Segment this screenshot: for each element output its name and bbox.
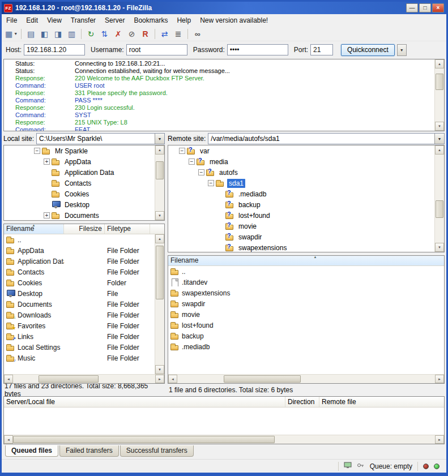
scroll-up-icon[interactable]: ▲ (435, 59, 444, 68)
scrollbar-thumb[interactable] (436, 74, 443, 89)
tree-row[interactable]: − Mr Sparkle (4, 145, 155, 156)
file-row[interactable]: .titandev (168, 277, 444, 288)
scroll-right-icon[interactable]: ► (435, 435, 444, 444)
quickconnect-dropdown-button[interactable]: ▼ (397, 44, 407, 56)
reconnect-button[interactable]: R (139, 28, 152, 40)
cancel-operation-button[interactable]: ✗ (112, 28, 125, 40)
scroll-down-icon[interactable]: ▼ (155, 211, 164, 220)
menu-item[interactable]: Server (100, 15, 129, 26)
tree-row[interactable]: − media (168, 156, 434, 167)
remote-site-combo[interactable]: /var/media/autofs/sda1 ▼ (208, 133, 445, 144)
tab-failed-transfers[interactable]: Failed transfers (59, 445, 119, 457)
file-row[interactable]: .mediadb (168, 341, 444, 352)
expander-icon[interactable]: − (189, 158, 195, 165)
local-list-hscrollbar[interactable]: ◄ ► (4, 374, 164, 383)
tree-row[interactable]: movie (168, 221, 434, 231)
file-row[interactable]: Contacts File Folder (4, 267, 155, 277)
scrollbar-thumb[interactable] (436, 200, 443, 218)
menu-item[interactable]: Edit (22, 15, 42, 26)
tree-row[interactable]: swapextensions (168, 242, 434, 252)
scroll-right-icon[interactable]: ► (155, 375, 164, 383)
title-bar[interactable]: FZ 192.168.1.20 - root@192.168.1.20 - Fi… (2, 2, 446, 14)
tab-successful-transfers[interactable]: Successful transfers (120, 445, 194, 457)
scrollbar-thumb[interactable] (224, 375, 301, 383)
file-row[interactable]: swapextensions (168, 288, 444, 298)
toggle-remote-tree-button[interactable]: ◨ (52, 28, 65, 40)
column-header-filename[interactable]: ▲Filename (4, 224, 64, 234)
file-row[interactable]: Application Data File Folder (4, 256, 155, 267)
column-header-filetype[interactable]: Filetype (105, 224, 150, 234)
disconnect-button[interactable]: ⊘ (125, 28, 138, 40)
toggle-message-log-button[interactable]: ▤ (24, 28, 37, 40)
file-row[interactable]: AppData File Folder (4, 245, 155, 256)
scroll-left-icon[interactable]: ◄ (4, 435, 13, 444)
column-header-server-local-file[interactable]: Server/Local file (4, 397, 285, 407)
tree-row[interactable]: .mediadb (168, 188, 434, 199)
tree-row[interactable]: + AppData (4, 156, 155, 167)
scrollbar-thumb[interactable] (13, 436, 275, 443)
queue-list-area[interactable] (4, 408, 444, 435)
tab-queued-files[interactable]: Queued files (5, 445, 58, 457)
menu-item[interactable]: Help (172, 15, 195, 26)
menu-item[interactable]: Transfer (66, 15, 100, 26)
minimize-button[interactable]: — (406, 3, 418, 12)
quickconnect-button[interactable]: Quickconnect (341, 44, 395, 56)
file-row[interactable]: Local Settings File Folder (4, 342, 155, 353)
site-manager-button[interactable]: ▦ ▼ (5, 28, 18, 40)
scroll-up-icon[interactable]: ▲ (155, 145, 164, 155)
file-row[interactable]: lost+found (168, 320, 444, 331)
tree-row[interactable]: Contacts (4, 178, 155, 188)
username-input[interactable] (126, 44, 187, 55)
expander-icon[interactable]: − (198, 169, 204, 175)
scroll-left-icon[interactable]: ◄ (4, 375, 13, 383)
synchronized-browsing-button[interactable]: ⇄ (158, 28, 171, 40)
expander-icon[interactable]: − (179, 148, 185, 154)
host-input[interactable] (24, 44, 85, 55)
menu-item[interactable]: Bookmarks (129, 15, 172, 26)
expander-icon[interactable]: + (44, 158, 50, 165)
tree-row[interactable]: swapdir (168, 231, 434, 242)
menu-item[interactable]: New version available! (195, 15, 272, 26)
file-row[interactable]: ↓Downloads File Folder (4, 310, 155, 320)
menu-item[interactable]: View (42, 15, 66, 26)
process-queue-button[interactable]: ⇅ (98, 28, 111, 40)
menu-item[interactable]: File (2, 15, 22, 26)
file-row[interactable]: movie (168, 309, 444, 320)
scrollbar-thumb[interactable] (156, 246, 164, 299)
tree-row[interactable]: − var (168, 145, 434, 156)
tree-row[interactable]: − autofs (168, 167, 434, 178)
toggle-queue-button[interactable]: ▥ (65, 28, 78, 40)
file-row[interactable]: Desktop File (4, 288, 155, 299)
tree-row[interactable]: + Documents (4, 210, 155, 221)
queue-hscrollbar[interactable]: ◄ ► (4, 435, 444, 444)
scroll-up-icon[interactable]: ▲ (435, 145, 444, 155)
scrollbar-thumb[interactable] (39, 375, 98, 383)
directory-comparison-button[interactable]: ≣ (172, 28, 185, 40)
tree-row[interactable]: Cookies (4, 188, 155, 199)
scroll-right-icon[interactable]: ► (435, 375, 444, 383)
local-site-combo[interactable]: C:\Users\Mr Sparkle\ ▼ (36, 133, 165, 144)
refresh-button[interactable]: ↻ (84, 28, 97, 40)
file-row[interactable]: ♪Music File Folder (4, 353, 155, 363)
toggle-local-tree-button[interactable]: ◧ (38, 28, 51, 40)
tree-row[interactable]: lost+found (168, 210, 434, 221)
column-header-filename[interactable]: ▲Filename (168, 256, 445, 265)
tree-row[interactable]: − sda1 (168, 178, 434, 188)
remote-tree-scrollbar[interactable]: ▲ ▼ (434, 145, 444, 252)
password-input[interactable] (227, 44, 288, 55)
expander-icon[interactable]: + (44, 212, 50, 218)
file-row[interactable]: Cookies Folder (4, 277, 155, 288)
tree-row[interactable]: backup (168, 199, 434, 210)
column-header-direction[interactable]: Direction (285, 397, 319, 407)
scroll-down-icon[interactable]: ▼ (435, 243, 444, 252)
file-row[interactable]: .. (168, 266, 444, 277)
file-row[interactable]: Documents File Folder (4, 299, 155, 310)
maximize-button[interactable]: □ (419, 3, 431, 12)
local-list-vscrollbar[interactable]: ▲ ▼ (155, 234, 164, 374)
log-scrollbar[interactable]: ▲ ▼ (434, 59, 444, 131)
file-row[interactable]: ★Favorites File Folder (4, 320, 155, 331)
scrollbar-thumb[interactable] (156, 161, 164, 179)
scroll-up-icon[interactable]: ▲ (155, 234, 164, 243)
expander-icon[interactable]: − (208, 180, 214, 186)
scroll-down-icon[interactable]: ▼ (435, 122, 444, 131)
